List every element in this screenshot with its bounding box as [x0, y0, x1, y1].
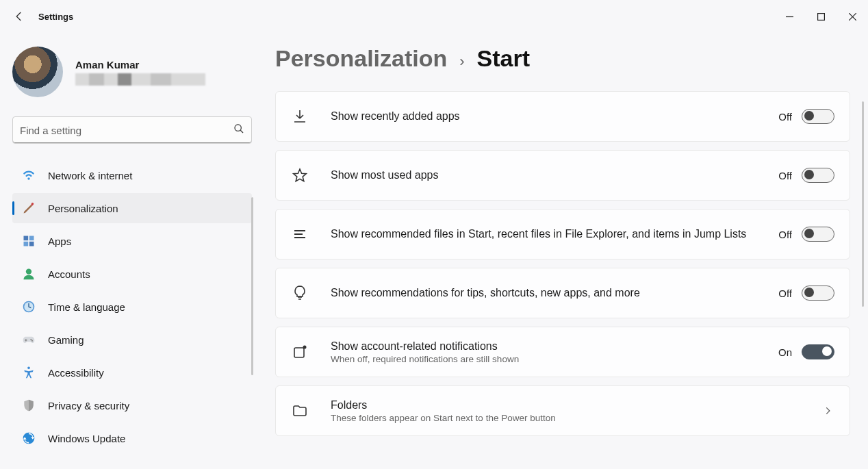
- toggle-state-label: On: [778, 346, 792, 358]
- personalization-icon: [22, 201, 36, 215]
- setting-account-notif: Show account-related notificationsWhen o…: [275, 327, 850, 377]
- toggle-most-used[interactable]: [802, 168, 834, 183]
- svg-rect-13: [294, 348, 304, 357]
- sidebar-item-personalization[interactable]: Personalization: [12, 193, 252, 223]
- svg-point-11: [27, 367, 30, 370]
- sidebar-item-accounts[interactable]: Accounts: [12, 259, 252, 289]
- search-input[interactable]: [20, 125, 233, 136]
- setting-subtitle: These folders appear on Start next to th…: [331, 413, 799, 423]
- toggle-recommended[interactable]: [802, 227, 834, 242]
- sidebar-item-gaming[interactable]: Gaming: [12, 325, 252, 355]
- avatar: [12, 47, 63, 97]
- gaming-icon: [22, 333, 36, 346]
- toggle-state-label: Off: [778, 229, 792, 240]
- breadcrumb-current: Start: [477, 45, 530, 72]
- time-icon: [22, 300, 36, 314]
- setting-recently-added: Show recently added appsOff: [275, 91, 850, 142]
- setting-title: Show account-related notifications: [331, 340, 756, 353]
- svg-point-14: [303, 346, 307, 349]
- setting-recommended: Show recommended files in Start, recent …: [275, 209, 850, 259]
- nav-list: Network & internetPersonalizationAppsAcc…: [12, 160, 252, 453]
- svg-rect-4: [24, 242, 29, 246]
- setting-subtitle: When off, required notifications are sti…: [331, 354, 756, 364]
- sidebar-item-apps[interactable]: Apps: [12, 226, 252, 256]
- main-scrollbar[interactable]: [862, 101, 864, 307]
- toggle-recently-added[interactable]: [802, 109, 834, 124]
- toggle-state-label: Off: [778, 170, 792, 181]
- window-controls: [774, 5, 868, 27]
- sidebar-item-label: Personalization: [48, 203, 118, 214]
- toggle-tips[interactable]: [802, 286, 834, 301]
- star-icon: [291, 166, 309, 184]
- setting-title: Show recently added apps: [331, 110, 756, 123]
- sidebar-item-network[interactable]: Network & internet: [12, 160, 252, 190]
- setting-title: Show recommended files in Start, recent …: [331, 228, 756, 240]
- setting-title: Show recommendations for tips, shortcuts…: [331, 287, 756, 299]
- svg-rect-5: [29, 242, 34, 246]
- sidebar-item-accessibility[interactable]: Accessibility: [12, 357, 252, 388]
- chevron-right-icon: [821, 404, 834, 418]
- sidebar: Aman Kumar Network & internetPersonaliza…: [0, 33, 260, 469]
- setting-title: Folders: [331, 399, 799, 411]
- chevron-right-icon: ›: [459, 53, 464, 71]
- profile-section[interactable]: Aman Kumar: [12, 47, 252, 97]
- close-button[interactable]: [837, 5, 868, 27]
- svg-rect-2: [24, 236, 29, 241]
- maximize-button[interactable]: [805, 5, 837, 27]
- breadcrumb: Personalization › Start: [275, 45, 850, 72]
- user-name: Aman Kumar: [75, 59, 205, 71]
- sidebar-item-update[interactable]: Windows Update: [12, 423, 252, 453]
- sidebar-item-label: Network & internet: [48, 170, 132, 181]
- back-button[interactable]: [12, 10, 26, 23]
- panel-icon: [291, 343, 309, 361]
- user-email-redacted: [75, 73, 205, 86]
- sidebar-item-label: Time & language: [48, 301, 125, 313]
- accessibility-icon: [22, 366, 36, 379]
- sidebar-item-label: Accounts: [48, 268, 90, 280]
- apps-icon: [22, 234, 36, 248]
- setting-title: Show most used apps: [331, 169, 756, 181]
- toggle-account-notif[interactable]: [802, 344, 834, 359]
- folder-icon: [291, 402, 309, 420]
- sidebar-scrollbar[interactable]: [251, 197, 253, 375]
- svg-rect-3: [29, 236, 34, 241]
- sidebar-item-time[interactable]: Time & language: [12, 292, 252, 322]
- setting-most-used: Show most used appsOff: [275, 150, 850, 201]
- svg-point-6: [26, 269, 31, 275]
- sidebar-item-label: Windows Update: [48, 433, 125, 444]
- update-icon: [22, 431, 36, 445]
- accounts-icon: [22, 267, 36, 281]
- search-icon: [233, 123, 244, 137]
- sidebar-item-label: Privacy & security: [48, 400, 129, 411]
- sidebar-item-label: Accessibility: [48, 367, 104, 379]
- toggle-state-label: Off: [778, 111, 792, 123]
- titlebar: Settings: [0, 0, 868, 33]
- setting-tips: Show recommendations for tips, shortcuts…: [275, 268, 850, 318]
- network-icon: [22, 168, 36, 182]
- setting-folders[interactable]: FoldersThese folders appear on Start nex…: [275, 385, 850, 436]
- window-title: Settings: [38, 12, 73, 22]
- list-icon: [291, 225, 309, 243]
- download-icon: [291, 107, 309, 125]
- search-box[interactable]: [12, 116, 252, 144]
- sidebar-item-label: Gaming: [48, 334, 84, 346]
- privacy-icon: [22, 398, 36, 412]
- svg-point-10: [31, 340, 33, 342]
- minimize-button[interactable]: [774, 5, 805, 27]
- main-content: Personalization › Start Show recently ad…: [260, 33, 868, 469]
- svg-point-9: [30, 339, 31, 340]
- toggle-state-label: Off: [778, 288, 792, 299]
- svg-point-1: [235, 125, 241, 131]
- sidebar-item-label: Apps: [48, 236, 71, 247]
- settings-list: Show recently added appsOffShow most use…: [275, 91, 850, 436]
- bulb-icon: [291, 284, 309, 302]
- svg-rect-0: [817, 13, 824, 20]
- sidebar-item-privacy[interactable]: Privacy & security: [12, 390, 252, 420]
- breadcrumb-parent[interactable]: Personalization: [275, 45, 447, 72]
